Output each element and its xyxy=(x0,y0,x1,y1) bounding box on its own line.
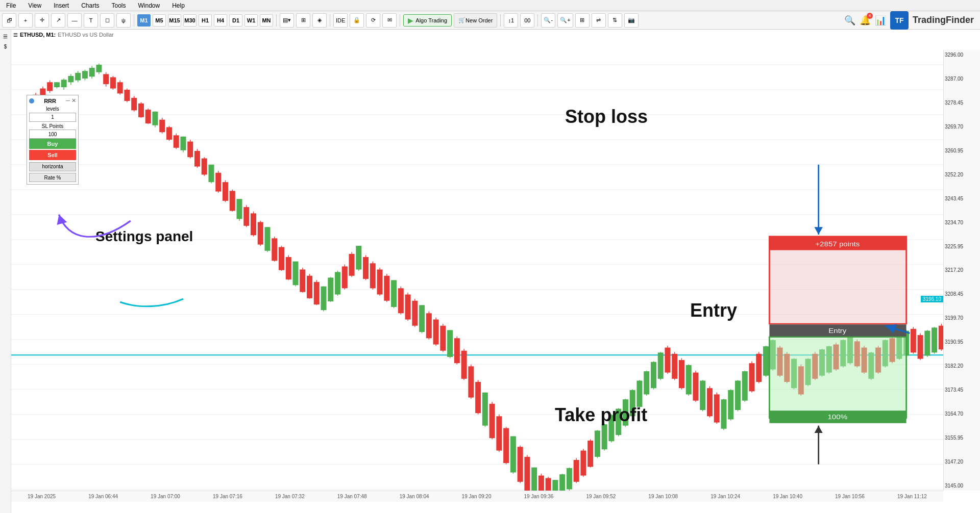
svg-rect-131 xyxy=(419,305,425,332)
fib-btn[interactable]: ψ xyxy=(116,13,131,28)
svg-rect-81 xyxy=(243,207,249,226)
zoom-out-btn[interactable]: 🔍- xyxy=(541,13,555,28)
lock-btn[interactable]: 🔒 xyxy=(350,13,364,28)
price-3234: 3234.70 xyxy=(945,220,979,225)
svg-rect-199 xyxy=(658,352,664,378)
svg-rect-95 xyxy=(293,262,299,286)
svg-rect-145 xyxy=(468,366,474,397)
chart-color-btn[interactable]: ◈ xyxy=(312,13,327,28)
svg-rect-209 xyxy=(693,373,698,401)
zoom-in-btn[interactable]: + xyxy=(18,13,33,28)
oscillator-btn[interactable]: 00 xyxy=(520,13,534,28)
tf-w1[interactable]: W1 xyxy=(244,14,258,27)
svg-rect-125 xyxy=(398,288,404,313)
ide-btn[interactable]: IDE xyxy=(333,13,348,28)
svg-rect-195 xyxy=(644,371,649,394)
tf-mn[interactable]: MN xyxy=(260,14,273,27)
text-btn[interactable]: T xyxy=(84,13,98,28)
svg-rect-275 xyxy=(924,331,930,356)
chart-main[interactable]: ☰ ETHUSD, M1: ETHUSD vs US Dollar xyxy=(11,30,980,513)
tf-h1[interactable]: H1 xyxy=(199,14,212,27)
tf-d1[interactable]: D1 xyxy=(229,14,242,27)
menu-file[interactable]: File xyxy=(4,1,18,10)
sync-btn[interactable]: ⇅ xyxy=(608,13,622,28)
tf-m1[interactable]: M1 xyxy=(137,14,151,27)
notification-icon[interactable]: 🔔 4 xyxy=(860,15,871,26)
svg-rect-83 xyxy=(251,213,256,235)
svg-rect-183 xyxy=(602,424,607,449)
svg-rect-121 xyxy=(384,276,389,301)
menu-charts[interactable]: Charts xyxy=(79,1,101,10)
levels-input[interactable] xyxy=(29,113,76,122)
menu-insert[interactable]: Insert xyxy=(52,1,71,10)
email-btn[interactable]: ✉ xyxy=(382,13,397,28)
svg-rect-153 xyxy=(496,416,502,450)
screenshot-btn[interactable]: 📷 xyxy=(624,13,639,28)
menu-view[interactable]: View xyxy=(26,1,43,10)
svg-rect-143 xyxy=(461,351,467,379)
refresh-btn[interactable]: ⟳ xyxy=(366,13,380,28)
sell-button[interactable]: Sell xyxy=(29,150,76,160)
symbol-description: ETHUSD vs US Dollar xyxy=(58,32,113,38)
price-3164: 3164.70 xyxy=(945,411,979,417)
sl-points-input[interactable] xyxy=(29,130,76,139)
svg-rect-157 xyxy=(510,436,516,472)
chart-type-btn[interactable]: ▤▾ xyxy=(280,13,294,28)
svg-rect-59 xyxy=(166,127,172,139)
svg-rect-33 xyxy=(75,73,81,81)
svg-rect-161 xyxy=(524,457,530,491)
svg-rect-49 xyxy=(131,98,137,110)
svg-rect-127 xyxy=(405,295,411,320)
search-icon[interactable]: 🔍 xyxy=(844,15,855,26)
svg-rect-105 xyxy=(328,277,333,301)
svg-rect-123 xyxy=(391,280,397,307)
time-label-4: 19 Jan 07:32 xyxy=(275,494,305,499)
time-label-11: 19 Jan 10:24 xyxy=(710,494,740,499)
indicator-btn[interactable]: ↕1 xyxy=(504,13,518,28)
time-label-2: 19 Jan 07:00 xyxy=(151,494,180,499)
candlestick-chart: +2857 points Entry 100% xyxy=(11,40,980,502)
svg-rect-221 xyxy=(735,380,741,410)
svg-rect-37 xyxy=(89,68,95,76)
grid-btn[interactable]: ⊞ xyxy=(575,13,590,28)
toolbar: 🗗 + ✛ ↗ ― T ◻ ψ M1 M5 M15 M30 H1 H4 D1 W… xyxy=(0,11,980,30)
zoom-plus-btn[interactable]: 🔍+ xyxy=(557,13,573,28)
rate-button[interactable]: Rate % xyxy=(29,173,76,182)
svg-rect-73 xyxy=(215,173,221,192)
time-scale: 19 Jan 2025 19 Jan 06:44 19 Jan 07:00 19… xyxy=(11,491,943,502)
time-label-5: 19 Jan 07:48 xyxy=(337,494,367,499)
menu-help[interactable]: Help xyxy=(170,1,187,10)
tf-m5[interactable]: M5 xyxy=(153,14,166,27)
menu-window[interactable]: Window xyxy=(136,1,162,10)
new-chart-btn[interactable]: 🗗 xyxy=(2,13,16,28)
horizontal-button[interactable]: horizonta xyxy=(29,162,76,171)
settings-panel: RRR ─ ✕ levels SL Points Buy Sell horizo… xyxy=(27,95,79,185)
algo-trading-btn[interactable]: ▶ Algo Trading xyxy=(403,14,452,27)
ltool-candle: ☰ xyxy=(1,32,10,41)
shapes-btn[interactable]: ◻ xyxy=(100,13,114,28)
new-order-btn[interactable]: 🛒 New Order xyxy=(454,13,497,28)
buy-button[interactable]: Buy xyxy=(29,139,76,149)
crosshair-btn[interactable]: ✛ xyxy=(35,13,49,28)
svg-rect-87 xyxy=(265,227,271,251)
svg-rect-213 xyxy=(707,388,713,416)
svg-rect-179 xyxy=(587,441,593,467)
hline-btn[interactable]: ― xyxy=(67,13,82,28)
tf-m30[interactable]: M30 xyxy=(183,14,197,27)
tf-h4[interactable]: H4 xyxy=(214,14,227,27)
tf-m15[interactable]: M15 xyxy=(168,14,181,27)
panel-close-btn[interactable]: ─ ✕ xyxy=(66,97,76,104)
svg-rect-215 xyxy=(714,394,720,422)
svg-rect-57 xyxy=(159,120,165,132)
link-btn[interactable]: ⇌ xyxy=(592,13,606,28)
svg-rect-137 xyxy=(440,326,446,351)
price-3208: 3208.45 xyxy=(945,291,979,297)
line-tool-btn[interactable]: ↗ xyxy=(51,13,65,28)
svg-rect-155 xyxy=(503,428,509,464)
price-3296: 3296.00 xyxy=(945,52,979,58)
menu-tools[interactable]: Tools xyxy=(110,1,128,10)
price-3182: 3182.20 xyxy=(945,363,979,369)
chart-style-btn[interactable]: ⊞ xyxy=(296,13,310,28)
menubar: File View Insert Charts Tools Window Hel… xyxy=(0,0,980,11)
svg-rect-41 xyxy=(103,74,109,84)
